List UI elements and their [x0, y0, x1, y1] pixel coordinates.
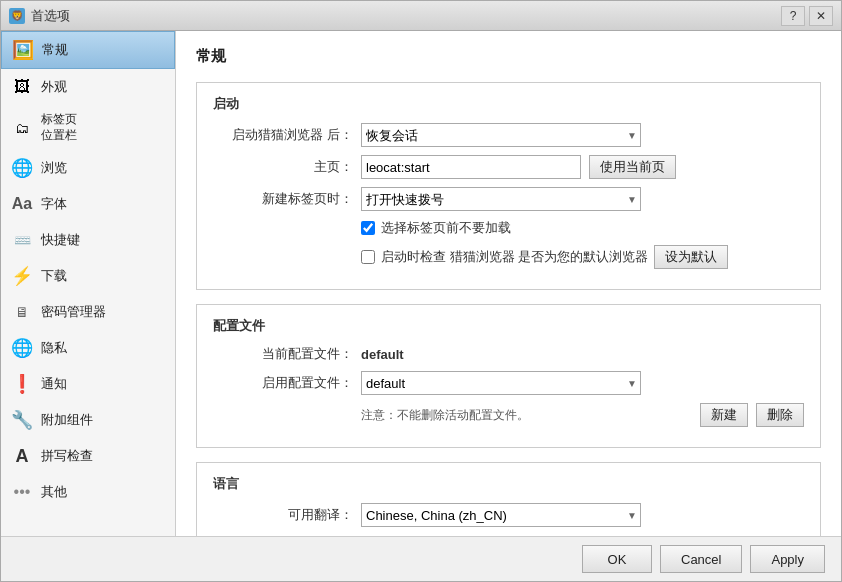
set-default-btn[interactable]: 设为默认	[654, 245, 728, 269]
language-label: 可用翻译：	[213, 506, 353, 524]
more-icon: •••	[11, 481, 33, 503]
profile-group: 配置文件 当前配置文件： default 启用配置文件： default ▼	[196, 304, 821, 448]
tabs-icon: 🗂	[11, 117, 33, 139]
new-tab-row: 新建标签页时： 打开快速拨号 打开主页 打开空白页 ▼	[213, 187, 804, 211]
sidebar-item-privacy[interactable]: 🌐 隐私	[1, 330, 175, 366]
font-icon: Aa	[11, 193, 33, 215]
use-current-btn[interactable]: 使用当前页	[589, 155, 676, 179]
sidebar-item-general[interactable]: 🖼️ 常规	[1, 31, 175, 69]
homepage-row: 主页： 使用当前页	[213, 155, 804, 179]
language-select-wrapper: Chinese, China (zh_CN) English ▼	[361, 503, 641, 527]
profile-note-label: 注意：不能删除活动配置文件。	[361, 407, 692, 424]
titlebar-left: 🦁 首选项	[9, 7, 70, 25]
sidebar-label-browse: 浏览	[41, 159, 67, 177]
sidebar-item-shortcut[interactable]: ⌨️ 快捷键	[1, 222, 175, 258]
titlebar: 🦁 首选项 ? ✕	[1, 1, 841, 31]
checkbox2[interactable]	[361, 250, 375, 264]
shortcut-icon: ⌨️	[11, 229, 33, 251]
profile-group-label: 配置文件	[213, 317, 804, 335]
start-profile-select-wrapper: default ▼	[361, 371, 641, 395]
notify-icon: ❗	[11, 373, 33, 395]
general-icon: 🖼️	[12, 39, 34, 61]
sidebar-item-appearance[interactable]: 🖼 外观	[1, 69, 175, 105]
sidebar-item-addon[interactable]: 🔧 附加组件	[1, 402, 175, 438]
sidebar: 🖼️ 常规 🖼 外观 🗂 标签页位置栏 🌐 浏览 Aa 字体	[1, 31, 176, 536]
footer: OK Cancel Apply	[1, 536, 841, 581]
sidebar-item-notify[interactable]: ❗ 通知	[1, 366, 175, 402]
new-tab-select[interactable]: 打开快速拨号 打开主页 打开空白页	[361, 187, 641, 211]
preferences-dialog: 🦁 首选项 ? ✕ 🖼️ 常规 🖼 外观 🗂 标签页位置栏	[0, 0, 842, 582]
main-panel: 常规 启动 启动猎猫浏览器 后： 恢复会话 打开主页 打开快速拨号 ▼	[176, 31, 841, 536]
start-profile-label: 启用配置文件：	[213, 374, 353, 392]
checkbox2-row: 启动时检查 猎猫浏览器 是否为您的默认浏览器 设为默认	[361, 245, 804, 269]
sidebar-item-password[interactable]: 🖥 密码管理器	[1, 294, 175, 330]
language-select[interactable]: Chinese, China (zh_CN) English	[361, 503, 641, 527]
sidebar-item-spell[interactable]: A 拼写检查	[1, 438, 175, 474]
sidebar-label-tabs: 标签页位置栏	[41, 112, 77, 143]
cancel-button[interactable]: Cancel	[660, 545, 742, 573]
app-icon: 🦁	[9, 8, 25, 24]
appearance-icon: 🖼	[11, 76, 33, 98]
sidebar-item-more[interactable]: ••• 其他	[1, 474, 175, 510]
sidebar-label-notify: 通知	[41, 375, 67, 393]
language-group-label: 语言	[213, 475, 804, 493]
help-button[interactable]: ?	[781, 6, 805, 26]
profile-actions-row: 注意：不能删除活动配置文件。 新建 删除	[213, 403, 804, 427]
sidebar-label-privacy: 隐私	[41, 339, 67, 357]
language-note-container: 要改变语言，您必须重新启动浏览器。	[361, 535, 804, 536]
on-start-row: 启动猎猫浏览器 后： 恢复会话 打开主页 打开快速拨号 ▼	[213, 123, 804, 147]
titlebar-title: 首选项	[31, 7, 70, 25]
delete-profile-btn[interactable]: 删除	[756, 403, 804, 427]
sidebar-label-more: 其他	[41, 483, 67, 501]
dialog-content: 🖼️ 常规 🖼 外观 🗂 标签页位置栏 🌐 浏览 Aa 字体	[1, 31, 841, 536]
current-profile-row: 当前配置文件： default	[213, 345, 804, 363]
sidebar-label-password: 密码管理器	[41, 303, 106, 321]
sidebar-label-appearance: 外观	[41, 78, 67, 96]
new-tab-select-wrapper: 打开快速拨号 打开主页 打开空白页 ▼	[361, 187, 641, 211]
sidebar-label-download: 下载	[41, 267, 67, 285]
download-icon: ⚡	[11, 265, 33, 287]
sidebar-label-shortcut: 快捷键	[41, 231, 80, 249]
current-profile-label: 当前配置文件：	[213, 345, 353, 363]
apply-button[interactable]: Apply	[750, 545, 825, 573]
language-group: 语言 可用翻译： Chinese, China (zh_CN) English …	[196, 462, 821, 536]
start-profile-select[interactable]: default	[361, 371, 641, 395]
sidebar-item-browse[interactable]: 🌐 浏览	[1, 150, 175, 186]
homepage-label: 主页：	[213, 158, 353, 176]
startup-group: 启动 启动猎猫浏览器 后： 恢复会话 打开主页 打开快速拨号 ▼ 主页：	[196, 82, 821, 290]
password-icon: 🖥	[11, 301, 33, 323]
start-profile-row: 启用配置文件： default ▼	[213, 371, 804, 395]
sidebar-item-font[interactable]: Aa 字体	[1, 186, 175, 222]
titlebar-controls: ? ✕	[781, 6, 833, 26]
checkbox1[interactable]	[361, 221, 375, 235]
language-row: 可用翻译： Chinese, China (zh_CN) English ▼	[213, 503, 804, 527]
privacy-icon: 🌐	[11, 337, 33, 359]
sidebar-label-addon: 附加组件	[41, 411, 93, 429]
ok-button[interactable]: OK	[582, 545, 652, 573]
browse-icon: 🌐	[11, 157, 33, 179]
sidebar-label-general: 常规	[42, 41, 68, 59]
addon-icon: 🔧	[11, 409, 33, 431]
sidebar-item-download[interactable]: ⚡ 下载	[1, 258, 175, 294]
checkbox1-label[interactable]: 选择标签页前不要加载	[381, 219, 511, 237]
current-profile-value: default	[361, 347, 404, 362]
checkbox2-label[interactable]: 启动时检查 猎猫浏览器 是否为您的默认浏览器	[381, 248, 648, 266]
spell-icon: A	[11, 445, 33, 467]
on-start-select[interactable]: 恢复会话 打开主页 打开快速拨号	[361, 123, 641, 147]
on-start-select-wrapper: 恢复会话 打开主页 打开快速拨号 ▼	[361, 123, 641, 147]
checkbox1-row: 选择标签页前不要加载	[361, 219, 804, 237]
sidebar-label-font: 字体	[41, 195, 67, 213]
section-title: 常规	[196, 47, 821, 70]
sidebar-label-spell: 拼写检查	[41, 447, 93, 465]
sidebar-item-tabs[interactable]: 🗂 标签页位置栏	[1, 105, 175, 150]
startup-group-label: 启动	[213, 95, 804, 113]
new-profile-btn[interactable]: 新建	[700, 403, 748, 427]
on-start-label: 启动猎猫浏览器 后：	[213, 126, 353, 144]
new-tab-label: 新建标签页时：	[213, 190, 353, 208]
homepage-input[interactable]	[361, 155, 581, 179]
close-button[interactable]: ✕	[809, 6, 833, 26]
